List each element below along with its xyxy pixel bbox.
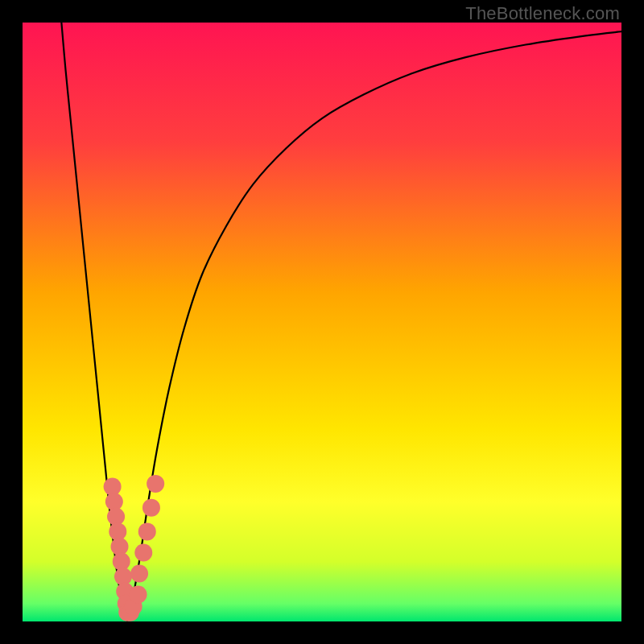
data-marker — [105, 493, 123, 510]
data-marker — [138, 522, 156, 540]
data-marker — [142, 499, 160, 517]
data-marker — [104, 478, 122, 496]
data-marker — [107, 508, 125, 526]
data-marker — [147, 475, 164, 493]
data-marker — [111, 538, 129, 555]
data-marker — [109, 522, 126, 540]
data-marker — [113, 553, 130, 571]
data-marker — [130, 564, 148, 582]
data-marker — [130, 586, 147, 604]
data-marker — [134, 543, 152, 561]
data-marker — [114, 568, 132, 585]
chart-frame: TheBottleneck.com — [0, 0, 644, 644]
plot-area — [23, 23, 621, 621]
chart-svg — [23, 23, 621, 621]
attribution-text: TheBottleneck.com — [465, 3, 620, 24]
